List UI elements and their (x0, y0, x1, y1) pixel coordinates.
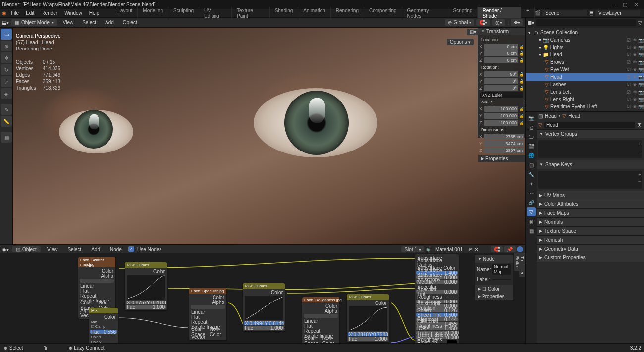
scene-field[interactable]: Scene (542, 10, 587, 16)
prop-tab-physics[interactable]: 〰 (527, 189, 536, 198)
tree-row[interactable]: ▽Lens Left☑👁📷 (526, 88, 644, 96)
editor-type-icon[interactable]: ⬓▾ (2, 20, 9, 25)
object-menu[interactable]: Object (119, 19, 141, 26)
prop-tab-render[interactable]: 📷 (527, 113, 536, 122)
scl-x[interactable]: 100.000 (484, 106, 518, 112)
principled-bsdf-node[interactable]: Subsurface Subsurface Radius Subsurface … (415, 254, 459, 343)
tree-row[interactable]: ▽Lens Right☑👁📷 (526, 96, 644, 103)
minimize-icon[interactable]: — (611, 2, 616, 7)
panel-header[interactable]: ▼Shape Keys (537, 160, 644, 169)
transform-panel-header[interactable]: ▼Transform (478, 28, 525, 35)
node-select[interactable]: Select (64, 246, 85, 253)
rot-x[interactable]: 90° (484, 71, 518, 77)
loc-z[interactable]: 0 cm (484, 57, 518, 63)
image-texture-node[interactable]: Face_Roughness.jpg Color Alpha Linear Fl… (302, 297, 339, 343)
mix-node[interactable]: Mix Color Mix ☐ Clamp Fac0.556 Color1 Co… (89, 308, 118, 343)
view-menu[interactable]: View (59, 19, 77, 26)
node-tab-stb[interactable]: Script To Butto (514, 253, 525, 271)
node-label-field[interactable] (492, 279, 511, 280)
tree-row[interactable]: ▾ 📁Head☑👁📷 (526, 51, 644, 58)
menu-file[interactable]: File (7, 9, 22, 17)
annotate-tool[interactable]: ✎ (1, 104, 12, 115)
editor-type-icon[interactable]: ≣▾ (528, 20, 534, 26)
measure-tool[interactable]: 📏 (1, 116, 12, 127)
panel-header[interactable]: ▶Custom Properties (537, 253, 644, 262)
menu-window[interactable]: Window (61, 9, 86, 17)
node-node[interactable]: Node (107, 246, 125, 253)
mat-unlink[interactable]: ✕ (474, 247, 478, 252)
tree-row[interactable]: ▽Head☑👁📷 (526, 73, 644, 81)
slot-dropdown[interactable]: Slot 1 ▾ (401, 246, 424, 252)
rgb-curves-node[interactable]: RGB Curves Color X:0.4994Y:0.8144 Fac1.0… (243, 283, 285, 331)
snap[interactable]: 🧲 (491, 246, 503, 252)
list-box[interactable]: +− (538, 140, 642, 158)
mesh-name-field[interactable]: Head (544, 122, 635, 128)
material-field[interactable]: Material.001 (432, 246, 467, 252)
loc-x[interactable]: 0 cm (484, 44, 518, 50)
mode-dropdown[interactable]: ▦ Object Mode▾ (11, 19, 57, 26)
panel-header[interactable]: ▶Texture Space (537, 226, 644, 235)
tree-row[interactable]: ▽Lashes☑👁📷 (526, 81, 644, 88)
tree-row[interactable]: ▽Eye Wet☑👁📷 (526, 66, 644, 73)
transform-tool[interactable]: ◈ (1, 88, 12, 99)
rot-y[interactable]: 0° (484, 78, 518, 84)
mat-new[interactable]: ⎘ (469, 247, 472, 252)
panel-header[interactable]: ▶Remesh (537, 235, 644, 244)
node-name-field[interactable]: Normal Map (492, 264, 511, 275)
prop-tab-world[interactable]: 🌐 (527, 151, 536, 160)
np-properties-header[interactable]: ▶Properties (478, 155, 525, 162)
use-nodes-check[interactable]: ✓ (128, 246, 134, 252)
snap-toggle[interactable]: 🧲▾ (476, 19, 490, 26)
close-icon[interactable]: ✕ (634, 2, 638, 7)
editor-type-icon[interactable]: ◉▾ (2, 247, 9, 252)
prop-tab-object[interactable]: ▨ (527, 160, 536, 169)
node-view[interactable]: View (44, 246, 61, 253)
menu-render[interactable]: Render (38, 9, 61, 17)
add-menu[interactable]: Add (102, 19, 117, 26)
select-menu[interactable]: Select (79, 19, 100, 26)
dim-x[interactable]: 2765 cm (484, 134, 524, 140)
object-dropdown[interactable]: ▨Object (12, 246, 41, 252)
prop-tab-texture[interactable]: ▦ (527, 226, 536, 235)
scale-tool[interactable]: ⤢ (1, 76, 12, 87)
tree-row[interactable]: ▾ 📷Cameras☑👁📷 (526, 36, 644, 44)
prop-tab-view[interactable]: 🖵 (527, 132, 536, 141)
menu-edit[interactable]: Edit (22, 9, 38, 17)
npanel-tab-stb[interactable]: Script To Button (523, 99, 525, 118)
prop-tab-particles[interactable]: ✦ (527, 179, 536, 188)
orientation-dropdown[interactable]: ⊕Global▾ (445, 19, 474, 26)
node-canvas[interactable]: Face_Scatter map.jpg Color Alpha Linear … (0, 253, 525, 343)
select-tool[interactable]: ▭ (1, 29, 12, 40)
maximize-icon[interactable]: ▢ (623, 2, 627, 7)
pin[interactable]: 📌 (504, 246, 516, 252)
panel-header[interactable]: ▶Normals (537, 217, 644, 226)
move-tool[interactable]: ✥ (1, 52, 12, 63)
prop-tab-data[interactable]: ▽ (527, 207, 536, 216)
prop-tab-output[interactable]: 🖨 (527, 123, 536, 132)
filter-icon[interactable]: ▽ (638, 20, 642, 26)
list-box[interactable]: +− (538, 171, 642, 189)
cursor-tool[interactable]: ⊕ (1, 41, 12, 51)
tree-row[interactable]: ▽Brows☑👁📷 (526, 58, 644, 66)
rot-z[interactable]: 0° (484, 85, 518, 91)
fake-user-icon[interactable]: ⛨ (637, 122, 642, 128)
rgb-curves-node[interactable]: RGB Curves Color X:0.3818Y:0.7583 Fac1.0… (347, 294, 389, 342)
rgb-curves-node[interactable]: RGB Curves Color X:0.8757Y:0.2833 Fac1.0… (125, 262, 167, 310)
panel-header[interactable]: ▶Face Maps (537, 208, 644, 217)
3d-viewport[interactable]: Camera Perspective (67) Head | Head Rend… (13, 28, 525, 244)
panel-header[interactable]: ▶Geometry Data (537, 244, 644, 253)
scl-z[interactable]: 100.000 (484, 120, 518, 126)
backdrop[interactable] (517, 246, 523, 252)
dim-z[interactable]: 2897 cm (484, 148, 524, 153)
options-dropdown[interactable]: Options ▾ (447, 39, 474, 45)
dim-y[interactable]: 3474 cm (484, 141, 524, 147)
node-add[interactable]: Add (88, 246, 104, 253)
menu-help[interactable]: Help (86, 9, 103, 17)
tree-row[interactable]: ▽Realtime Eyeball Left☑👁📷 (526, 103, 644, 110)
image-texture-node[interactable]: Face_Specular.jpg Color Alpha Linear Fla… (189, 288, 226, 340)
tree-row[interactable]: ▾ 💡Lights☑👁📷 (526, 44, 644, 51)
prop-tab-material[interactable]: ◉ (527, 217, 536, 226)
outliner-tree[interactable]: ▾🗀Scene Collection▾ 📷Cameras☑👁📷▾ 💡Lights… (526, 28, 644, 111)
tree-row[interactable]: ▽Realtime Eyeball Right☑👁📷 (526, 110, 644, 111)
viewlayer-field[interactable]: ViewLayer (595, 10, 640, 16)
